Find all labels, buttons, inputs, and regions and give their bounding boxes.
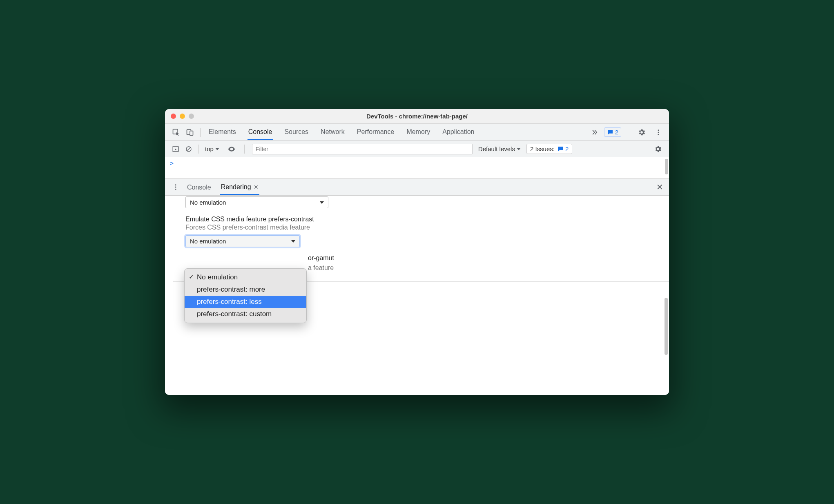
svg-rect-2: [190, 131, 193, 135]
color-gamut-subheading-partial: a feature: [308, 264, 334, 272]
svg-point-5: [658, 134, 659, 135]
tab-memory[interactable]: Memory: [406, 125, 431, 140]
tab-network[interactable]: Network: [320, 125, 346, 140]
zoom-window-button[interactable]: [189, 114, 194, 119]
separator: [628, 128, 628, 137]
titlebar: DevTools - chrome://new-tab-page/: [165, 109, 669, 124]
svg-point-8: [175, 184, 176, 185]
console-settings-gear-icon[interactable]: [651, 143, 665, 155]
minimize-window-button[interactable]: [180, 114, 185, 119]
kebab-menu-icon[interactable]: [652, 127, 665, 138]
console-body[interactable]: >: [165, 157, 669, 178]
filter-input[interactable]: [252, 144, 473, 154]
drawer-more-icon[interactable]: [169, 181, 182, 193]
context-label: top: [205, 145, 214, 152]
window-controls: [165, 114, 194, 119]
svg-point-3: [658, 129, 659, 131]
close-window-button[interactable]: [171, 114, 176, 119]
prefers-contrast-subheading: Forces CSS prefers-contrast media featur…: [185, 224, 669, 231]
scrollbar[interactable]: [665, 159, 668, 174]
issues-label: 2 Issues:: [530, 145, 555, 152]
log-level-picker[interactable]: Default levels: [478, 145, 521, 152]
device-toggle-icon[interactable]: [183, 126, 197, 138]
separator: [244, 145, 245, 154]
dropdown-option-less[interactable]: prefers-contrast: less: [185, 296, 306, 308]
issues-count: 2: [565, 145, 569, 152]
color-gamut-heading-partial: or-gamut: [308, 254, 334, 262]
console-toolbar: top Default levels 2 Issues: 2: [165, 141, 669, 157]
clear-console-icon[interactable]: [182, 143, 195, 155]
prefers-scheme-select[interactable]: No emulation: [185, 196, 328, 208]
drawer-tab-rendering[interactable]: Rendering ✕: [220, 179, 259, 195]
tab-sources[interactable]: Sources: [283, 125, 309, 140]
issues-chip[interactable]: 2 Issues: 2: [526, 144, 572, 154]
more-tabs-icon[interactable]: [588, 127, 601, 138]
log-level-label: Default levels: [478, 145, 515, 152]
feedback-chip[interactable]: 2: [604, 127, 621, 137]
panel-tabs: Elements Console Sources Network Perform…: [208, 125, 475, 140]
tab-application[interactable]: Application: [442, 125, 475, 140]
inspect-element-icon[interactable]: [169, 126, 183, 138]
devtools-window: DevTools - chrome://new-tab-page/ Elemen…: [165, 109, 669, 395]
prefers-contrast-select[interactable]: No emulation: [185, 235, 300, 247]
window-title: DevTools - chrome://new-tab-page/: [165, 113, 669, 120]
console-prompt: >: [170, 160, 174, 167]
tab-console[interactable]: Console: [248, 125, 273, 140]
separator: [200, 128, 201, 137]
svg-point-4: [658, 132, 659, 133]
scrollbar[interactable]: [665, 298, 668, 355]
prefers-contrast-dropdown: No emulation prefers-contrast: more pref…: [184, 268, 307, 323]
dropdown-option-custom[interactable]: prefers-contrast: custom: [185, 308, 306, 320]
show-sidebar-icon[interactable]: [169, 143, 182, 155]
dropdown-option-more[interactable]: prefers-contrast: more: [185, 283, 306, 296]
dropdown-option-no-emulation[interactable]: No emulation: [185, 271, 306, 283]
drawer-header: Console Rendering ✕ ✕: [165, 178, 669, 196]
prefers-contrast-heading: Emulate CSS media feature prefers-contra…: [185, 216, 669, 223]
tab-elements[interactable]: Elements: [208, 125, 237, 140]
live-expression-icon[interactable]: [225, 143, 239, 155]
svg-point-10: [175, 189, 176, 190]
close-drawer-icon[interactable]: ✕: [655, 183, 665, 192]
context-picker[interactable]: top: [202, 144, 222, 154]
feedback-count: 2: [615, 129, 618, 136]
settings-gear-icon[interactable]: [635, 126, 649, 138]
tab-performance[interactable]: Performance: [356, 125, 395, 140]
drawer-tab-console[interactable]: Console: [186, 179, 212, 195]
main-tabbar: Elements Console Sources Network Perform…: [165, 124, 669, 141]
close-tab-icon[interactable]: ✕: [254, 184, 259, 190]
svg-point-9: [175, 187, 176, 188]
separator: [198, 145, 199, 154]
rendering-panel: No emulation Emulate CSS media feature p…: [165, 196, 669, 395]
